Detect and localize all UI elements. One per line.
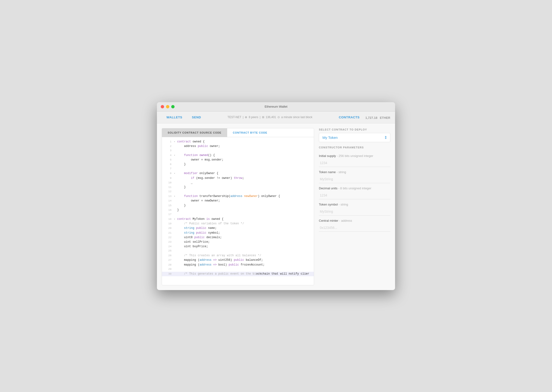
param-decimal-units: Decimal units - 8 bits unsigned integer bbox=[319, 187, 390, 199]
token-symbol-label: Token symbol - string bbox=[319, 203, 390, 206]
peers-count: 8 peers bbox=[249, 116, 258, 119]
contract-select[interactable]: My Token bbox=[319, 133, 390, 142]
token-name-label: Token name - string bbox=[319, 170, 390, 174]
code-line-10: 10 _ bbox=[162, 181, 314, 185]
param-token-name: Token name - string bbox=[319, 170, 390, 183]
tab-bar: SOLIDITY CONTRACT SOURCE CODE CONTRACT B… bbox=[162, 128, 314, 137]
select-contract-label: SELECT CONTRACT TO DEPLOY bbox=[319, 128, 390, 131]
code-line-4: 4 ▾ function owned() { bbox=[162, 153, 314, 158]
nav-contracts[interactable]: CONTRACTS bbox=[334, 112, 364, 123]
minimize-button[interactable] bbox=[166, 105, 169, 108]
token-symbol-type: - string bbox=[339, 203, 348, 206]
right-panel: SELECT CONTRACT TO DEPLOY My Token ⇕ CON… bbox=[319, 128, 390, 285]
code-line-3: 3 bbox=[162, 149, 314, 153]
code-line-9: 9 if (msg.sender != owner) throw; bbox=[162, 176, 314, 181]
tab-bytecode[interactable]: CONTRACT BYTE CODE bbox=[227, 128, 273, 137]
code-line-11: 11 } bbox=[162, 185, 314, 189]
separator2: | bbox=[260, 116, 260, 119]
balance-amount: 1,727.18 bbox=[365, 116, 377, 119]
app-window: Ethereum Wallet WALLETS SEND TEST-NET | … bbox=[157, 102, 395, 290]
decimal-units-input[interactable] bbox=[319, 191, 390, 199]
code-line-1: 1 ▾ contract owned { bbox=[162, 140, 314, 144]
code-line-20: 20 string public name; bbox=[162, 226, 314, 231]
code-panel: SOLIDITY CONTRACT SOURCE CODE CONTRACT B… bbox=[162, 128, 314, 285]
code-line-17: 17 bbox=[162, 212, 314, 217]
wifi-icon: ⊕ bbox=[245, 116, 247, 119]
separator3: ⊙ bbox=[277, 116, 280, 119]
token-name-type: - string bbox=[336, 170, 346, 174]
initial-supply-label: Initial supply - 256 bits unsigned integ… bbox=[319, 154, 390, 158]
code-line-14: 14 owner = newOwner; bbox=[162, 199, 314, 203]
titlebar: Ethereum Wallet bbox=[157, 102, 395, 112]
main-content: SOLIDITY CONTRACT SOURCE CODE CONTRACT B… bbox=[157, 123, 395, 290]
constructor-params-label: CONSTRUCTOR PARAMETERS bbox=[319, 146, 390, 149]
tab-solidity-source[interactable]: SOLIDITY CONTRACT SOURCE CODE bbox=[162, 128, 227, 137]
code-editor[interactable]: 1 ▾ contract owned { 2 address public ow… bbox=[162, 137, 314, 285]
code-line-2: 2 address public owner; bbox=[162, 144, 314, 149]
code-line-15: 15 } bbox=[162, 203, 314, 208]
central-minter-input[interactable] bbox=[319, 224, 390, 232]
code-line-7: 7 bbox=[162, 167, 314, 171]
token-symbol-input[interactable] bbox=[319, 208, 390, 216]
initial-supply-type: - 256 bits unsigned integer bbox=[337, 154, 373, 158]
code-line-12: 12 bbox=[162, 189, 314, 194]
code-line-5: 5 owner = msg.sender; bbox=[162, 158, 314, 162]
param-initial-supply: Initial supply - 256 bits unsigned integ… bbox=[319, 154, 390, 167]
code-line-27: 27 mapping (address => uint256) public b… bbox=[162, 258, 314, 262]
param-central-minter: Central minter - address bbox=[319, 219, 390, 232]
layers-icon: ⊞ bbox=[262, 116, 264, 119]
maximize-button[interactable] bbox=[171, 105, 175, 108]
balance-display: 1,727.18 ETHER bbox=[364, 114, 390, 120]
network-label: TEST-NET bbox=[227, 116, 241, 119]
select-contract-section: SELECT CONTRACT TO DEPLOY My Token ⇕ bbox=[319, 128, 390, 142]
central-minter-type: - address bbox=[339, 219, 352, 223]
code-line-19: 19 /* Public variables of the token */ bbox=[162, 222, 314, 226]
param-token-symbol: Token symbol - string bbox=[319, 203, 390, 216]
code-line-6: 6 } bbox=[162, 162, 314, 167]
navbar: WALLETS SEND TEST-NET | ⊕ 8 peers | ⊞ 13… bbox=[157, 112, 395, 123]
code-line-18: 18 ▾ contract MyToken is owned { bbox=[162, 217, 314, 222]
decimal-units-label: Decimal units - 8 bits unsigned integer bbox=[319, 187, 390, 190]
nav-status: TEST-NET | ⊕ 8 peers | ⊞ 136,401 ⊙ a min… bbox=[206, 116, 334, 119]
code-line-28: 28 mapping (address => bool) public froz… bbox=[162, 263, 314, 267]
code-line-24: 24 uint buyPrice; bbox=[162, 244, 314, 249]
blocks-count: 136,401 bbox=[266, 116, 276, 119]
decimal-units-type: - 8 bits unsigned integer bbox=[338, 187, 371, 190]
code-line-21: 21 string public symbol; bbox=[162, 231, 314, 235]
code-line-8: 8 ▾ modifier onlyOwner { bbox=[162, 171, 314, 176]
constructor-section: CONSTRUCTOR PARAMETERS Initial supply - … bbox=[319, 146, 390, 232]
separator: | bbox=[243, 116, 243, 119]
central-minter-label: Central minter - address bbox=[319, 219, 390, 223]
code-line-25: 25 bbox=[162, 249, 314, 253]
code-line-23: 23 uint sellPrice; bbox=[162, 240, 314, 244]
code-line-30: 30 /* This generates a public event on t… bbox=[162, 272, 314, 276]
code-line-22: 22 uint8 public decimals; bbox=[162, 235, 314, 240]
window-title: Ethereum Wallet bbox=[265, 105, 287, 108]
code-line-16: 16 } bbox=[162, 208, 314, 212]
traffic-lights bbox=[161, 105, 175, 108]
nav-send[interactable]: SEND bbox=[187, 112, 206, 123]
last-block-text: a minute since last block bbox=[281, 116, 312, 119]
code-line-13: 13 ▾ function transferOwnership(address … bbox=[162, 194, 314, 199]
code-line-26: 26 /* This creates an array with all bal… bbox=[162, 253, 314, 258]
nav-wallets[interactable]: WALLETS bbox=[162, 112, 187, 123]
code-line-29: 29 bbox=[162, 267, 314, 272]
balance-currency: ETHER bbox=[380, 116, 390, 119]
close-button[interactable] bbox=[161, 105, 164, 108]
initial-supply-input[interactable] bbox=[319, 159, 390, 167]
contract-select-wrapper[interactable]: My Token ⇕ bbox=[319, 133, 390, 142]
token-name-input[interactable] bbox=[319, 175, 390, 183]
